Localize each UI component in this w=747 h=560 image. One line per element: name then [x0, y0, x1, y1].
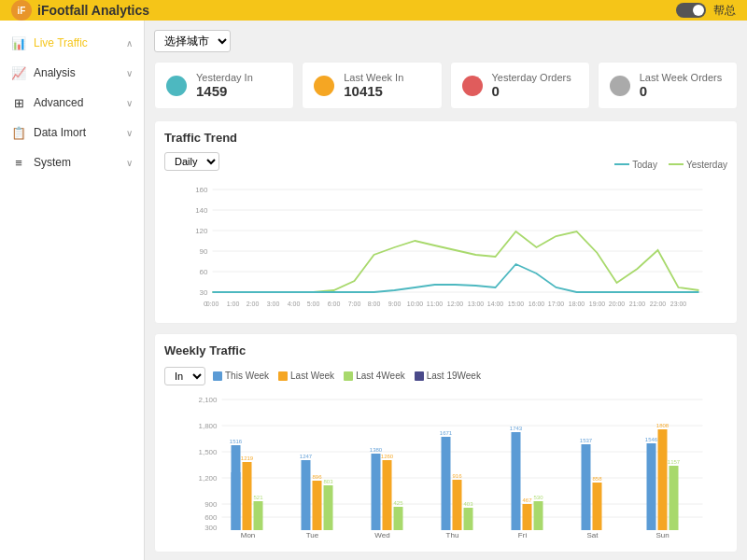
svg-rect-53: [254, 501, 263, 530]
svg-text:1537: 1537: [580, 438, 593, 443]
sidebar: 📊 Live Traffic ∧ 📈 Analysis ∨ ⊞ Advanced…: [0, 21, 145, 560]
sidebar-item-system[interactable]: ≡ System ∨: [0, 147, 144, 177]
trend-period-select[interactable]: Daily: [164, 152, 219, 171]
svg-text:3:00: 3:00: [267, 301, 280, 307]
toggle-switch[interactable]: [676, 3, 706, 18]
svg-text:Thu: Thu: [446, 531, 459, 539]
weekly-chart-svg: 2,100 1,800 1,500 1,200 900 600 300: [164, 390, 727, 539]
svg-text:18:00: 18:00: [569, 301, 585, 307]
legend-color-icon: [213, 371, 222, 381]
svg-text:1380: 1380: [370, 447, 383, 453]
svg-text:1671: 1671: [440, 430, 453, 436]
svg-text:30: 30: [200, 288, 208, 297]
traffic-trend-title: Traffic Trend: [164, 131, 727, 145]
header-user: 帮总: [713, 3, 736, 19]
svg-rect-91: [647, 443, 656, 530]
svg-text:19:00: 19:00: [589, 301, 606, 307]
svg-text:2:00: 2:00: [247, 301, 260, 307]
weekly-traffic-title: Weekly Traffic: [164, 343, 727, 357]
svg-text:2,100: 2,100: [198, 396, 218, 404]
svg-text:23:00: 23:00: [670, 301, 687, 307]
stat-value-yesterday-in: 1459: [196, 83, 253, 99]
svg-text:6:00: 6:00: [328, 301, 341, 307]
svg-text:530: 530: [533, 495, 543, 500]
svg-rect-86: [582, 444, 591, 530]
stat-dot-yesterday-orders: [462, 76, 483, 96]
stat-dot-yesterday-in: [166, 76, 187, 96]
sidebar-item-advanced[interactable]: ⊞ Advanced ∨: [0, 88, 144, 118]
svg-rect-66: [383, 460, 392, 530]
stat-label-last-week-in: Last Week In: [344, 72, 403, 83]
svg-text:1247: 1247: [300, 454, 313, 459]
svg-text:916: 916: [452, 473, 462, 479]
svg-text:12:00: 12:00: [447, 301, 464, 307]
weekly-legend-item: Last 4Week: [344, 371, 405, 381]
svg-rect-60: [324, 485, 333, 530]
advanced-icon: ⊞: [11, 95, 26, 110]
svg-text:140: 140: [195, 206, 208, 215]
svg-rect-93: [669, 466, 679, 530]
sidebar-item-data-import[interactable]: 📋 Data Imort ∨: [0, 118, 144, 147]
weekly-direction-select[interactable]: In: [164, 367, 205, 385]
chevron-down-icon: ∧: [126, 38, 133, 49]
svg-text:5:00: 5:00: [307, 301, 320, 307]
city-selector: 选择城市: [154, 30, 738, 52]
legend-today: Today: [614, 160, 657, 170]
svg-text:20:00: 20:00: [609, 301, 626, 307]
stat-info-last-week-orders: Last Week Orders 0: [640, 72, 722, 99]
svg-text:60: 60: [200, 268, 208, 276]
svg-text:13:00: 13:00: [468, 301, 485, 307]
svg-text:1,200: 1,200: [198, 474, 218, 483]
weekly-traffic-section: Weekly Traffic In This WeekLast WeekLast…: [154, 333, 738, 553]
trend-legend: Today Yesterday: [614, 160, 727, 170]
svg-text:521: 521: [253, 495, 263, 500]
svg-rect-67: [394, 507, 403, 530]
svg-rect-81: [534, 501, 543, 530]
stat-dot-last-week-orders: [610, 76, 630, 96]
sidebar-label-live-traffic: Live Traffic: [34, 36, 88, 49]
sidebar-label-advanced: Advanced: [34, 96, 83, 109]
svg-text:896: 896: [312, 474, 322, 480]
svg-text:1260: 1260: [381, 454, 394, 459]
svg-text:1516: 1516: [230, 439, 243, 444]
sidebar-item-analysis[interactable]: 📈 Analysis ∨: [0, 58, 144, 88]
svg-rect-73: [453, 480, 462, 530]
city-select-dropdown[interactable]: 选择城市: [154, 30, 231, 52]
main: 📊 Live Traffic ∧ 📈 Analysis ∨ ⊞ Advanced…: [0, 21, 747, 560]
header-right: 帮总: [676, 3, 736, 19]
stats-row: Yesterday In 1459 Last Week In 10415 Yes…: [154, 62, 738, 109]
legend-color-icon: [344, 371, 353, 381]
logo-icon: iF: [11, 0, 32, 21]
svg-text:300: 300: [204, 524, 218, 532]
svg-text:9:00: 9:00: [388, 301, 402, 307]
svg-text:17:00: 17:00: [548, 301, 565, 307]
svg-text:Wed: Wed: [374, 531, 389, 539]
svg-rect-51: [232, 445, 241, 530]
svg-text:1808: 1808: [656, 423, 669, 428]
chevron-right-icon-3: ∨: [126, 128, 133, 138]
live-traffic-icon: 📊: [11, 35, 26, 50]
svg-rect-87: [593, 483, 602, 530]
stat-info-yesterday-in: Yesterday In 1459: [196, 72, 253, 99]
svg-text:1157: 1157: [668, 459, 681, 465]
weekly-legend-item: This Week: [213, 371, 269, 381]
svg-text:900: 900: [204, 500, 218, 509]
sidebar-label-system: System: [34, 156, 71, 169]
stat-card-yesterday-orders: Yesterday Orders 0: [450, 62, 590, 109]
traffic-trend-section: Traffic Trend Daily Today: [154, 120, 738, 324]
svg-text:858: 858: [592, 476, 602, 482]
trend-controls: Daily: [164, 152, 219, 171]
svg-text:Mon: Mon: [241, 531, 256, 539]
weekly-legend-item: Last 19Week: [415, 371, 481, 381]
svg-text:4:00: 4:00: [288, 301, 301, 307]
sidebar-item-live-traffic[interactable]: 📊 Live Traffic ∧: [0, 28, 144, 58]
today-line-icon: [614, 163, 629, 165]
svg-text:403: 403: [463, 501, 473, 507]
stat-label-yesterday-in: Yesterday In: [196, 72, 253, 83]
system-icon: ≡: [11, 155, 26, 170]
svg-rect-72: [442, 437, 451, 530]
svg-text:11:00: 11:00: [427, 301, 444, 307]
svg-text:10:00: 10:00: [407, 301, 424, 307]
svg-text:14:00: 14:00: [487, 301, 504, 307]
svg-text:15:00: 15:00: [508, 301, 525, 307]
